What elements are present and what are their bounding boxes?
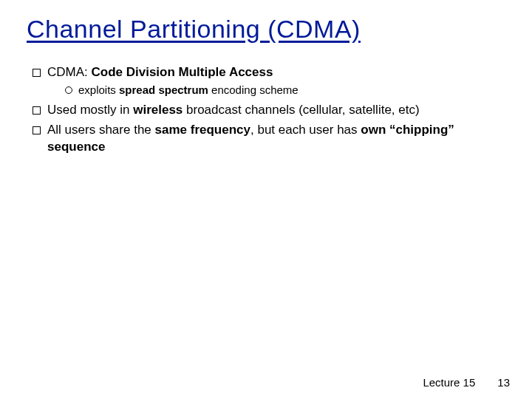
slide-title: Channel Partitioning (CDMA) [27,15,505,44]
text: broadcast channels (cellular, satellite,… [183,103,419,117]
footer: Lecture 1513 [423,376,510,389]
text: exploits [78,83,119,96]
bullet-list: CDMA: Code Division Multiple Access expl… [27,64,505,156]
text-bold: Code Division Multiple Access [92,65,273,79]
slide: Channel Partitioning (CDMA) CDMA: Code D… [0,0,532,399]
text: encoding scheme [208,83,299,96]
sub-bullet-list: exploits spread spectrum encoding scheme [47,83,505,98]
text: , but each user has [250,123,361,137]
sub-bullet-spread-spectrum: exploits spread spectrum encoding scheme [64,83,505,98]
bullet-wireless: Used mostly in wireless broadcast channe… [31,102,505,119]
text-bold: frequency [191,123,250,137]
bullet-chipping: All users share the same frequency, but … [31,122,505,156]
bullet-cdma-definition: CDMA: Code Division Multiple Access expl… [31,64,505,98]
text-bold: same [155,123,187,137]
text: All users share the [47,123,155,137]
text: CDMA: [47,65,92,79]
text-bold: wireless [133,103,183,117]
text: Used mostly in [47,103,133,117]
text-bold: spread spectrum [119,83,208,96]
lecture-label: Lecture 15 [423,376,475,389]
page-number: 13 [497,376,510,389]
